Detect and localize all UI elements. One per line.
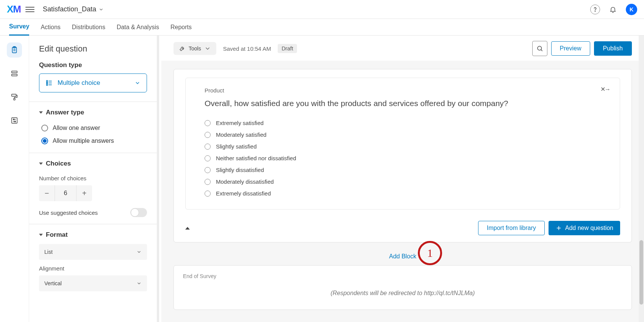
- question-type-value: Multiple choice: [58, 79, 100, 87]
- edit-question-sidebar: Edit question Question type Multiple cho…: [29, 36, 159, 322]
- num-choices-label: Number of choices: [39, 175, 147, 181]
- header-right: K: [590, 3, 637, 16]
- svg-point-14: [47, 80, 48, 81]
- suggested-choices-label: Use suggested choices: [39, 209, 98, 216]
- logo-xm[interactable]: XM: [7, 3, 21, 15]
- project-name: Satisfaction_Data: [43, 5, 96, 13]
- avatar[interactable]: K: [626, 4, 637, 15]
- draft-badge: Draft: [278, 44, 297, 53]
- tab-distributions[interactable]: Distributions: [72, 19, 105, 36]
- search-button[interactable]: [532, 41, 547, 56]
- radio-icon: [205, 120, 211, 126]
- radio-icon: [205, 179, 211, 185]
- format-header[interactable]: Format: [39, 224, 147, 244]
- decrement-button[interactable]: −: [39, 185, 55, 201]
- scrollbar-thumb[interactable]: [639, 240, 643, 305]
- option-row[interactable]: Neither satisfied nor dissatisfied: [205, 152, 601, 164]
- num-choices-stepper[interactable]: − 6 +: [39, 185, 92, 201]
- svg-rect-6: [12, 74, 17, 76]
- tab-data-analysis[interactable]: Data & Analysis: [117, 19, 159, 36]
- main-tabs: Survey Actions Distributions Data & Anal…: [0, 19, 644, 36]
- answer-type-one[interactable]: Allow one answer: [39, 122, 147, 134]
- tools-button[interactable]: Tools: [174, 42, 216, 55]
- option-row[interactable]: Slightly dissatisfied: [205, 164, 601, 176]
- option-row[interactable]: Extremely satisfied: [205, 117, 601, 129]
- option-row[interactable]: Slightly satisfied: [205, 141, 601, 152]
- option-row[interactable]: Moderately satisfied: [205, 129, 601, 141]
- search-icon: [536, 45, 543, 52]
- end-of-survey-title: End of Survey: [183, 273, 622, 279]
- format-alignment-select[interactable]: Vertical: [39, 275, 147, 291]
- radio-icon: [205, 167, 211, 173]
- import-library-button[interactable]: Import from library: [478, 221, 545, 235]
- tab-survey[interactable]: Survey: [9, 19, 29, 36]
- sliders-icon: [10, 116, 19, 125]
- increment-button[interactable]: +: [76, 185, 92, 201]
- multiple-choice-icon: [45, 79, 53, 87]
- tab-reports[interactable]: Reports: [170, 19, 192, 36]
- flow-icon: [10, 69, 19, 78]
- svg-point-11: [13, 119, 14, 120]
- suggested-choices-toggle[interactable]: [130, 208, 147, 217]
- chevron-down-icon: [98, 7, 104, 12]
- option-row[interactable]: Extremely dissatisfied: [205, 188, 601, 199]
- menu-icon[interactable]: [25, 5, 34, 14]
- wrench-icon: [179, 45, 186, 52]
- rail-survey-flow[interactable]: [7, 66, 22, 81]
- help-button[interactable]: [590, 5, 600, 14]
- bell-icon: [609, 6, 617, 13]
- tab-actions[interactable]: Actions: [41, 19, 60, 36]
- svg-rect-7: [12, 94, 16, 97]
- svg-point-18: [47, 84, 48, 85]
- help-icon: [591, 6, 599, 13]
- preview-button[interactable]: Preview: [551, 41, 590, 56]
- chevron-down-icon: [134, 80, 141, 86]
- caret-down-icon: [39, 234, 43, 236]
- project-picker[interactable]: Satisfaction_Data: [43, 5, 104, 13]
- question-card[interactable]: ✕→ Product Overall, how satisfied are yo…: [185, 78, 620, 209]
- option-row[interactable]: Moderately dissatisfied: [205, 176, 601, 188]
- rail-survey-options[interactable]: [7, 113, 22, 128]
- rail-look-feel[interactable]: [7, 89, 22, 105]
- add-block-button[interactable]: Add Block: [389, 253, 416, 259]
- publish-button[interactable]: Publish: [594, 41, 632, 56]
- question-type-select[interactable]: Multiple choice: [39, 73, 147, 92]
- question-block: ✕→ Product Overall, how satisfied are yo…: [174, 69, 632, 242]
- caret-down-icon: [39, 163, 43, 165]
- radio-icon: [205, 132, 211, 138]
- question-options: Extremely satisfied Moderately satisfied…: [205, 117, 601, 199]
- svg-rect-5: [12, 71, 17, 73]
- svg-point-20: [538, 46, 542, 50]
- svg-rect-8: [14, 98, 15, 100]
- answer-type-multiple[interactable]: Allow multiple answers: [39, 134, 147, 147]
- canvas-body: ✕→ Product Overall, how satisfied are yo…: [161, 61, 644, 322]
- header-left: XM Satisfaction_Data: [7, 3, 104, 15]
- format-layout-select[interactable]: List: [39, 244, 147, 260]
- redirect-note: (Respondents will be redirected to http:…: [183, 290, 622, 297]
- collapse-block-button[interactable]: [185, 227, 190, 230]
- radio-icon: [205, 155, 211, 161]
- notifications-button[interactable]: [607, 3, 619, 16]
- skip-logic-icon[interactable]: ✕→: [600, 86, 610, 93]
- radio-icon: [41, 125, 48, 131]
- caret-down-icon: [39, 111, 43, 114]
- chevron-down-icon: [136, 249, 142, 255]
- num-choices-value: 6: [55, 190, 76, 197]
- question-text[interactable]: Overall, how satisfied are you with the …: [205, 98, 601, 109]
- add-question-button[interactable]: Add new question: [549, 221, 620, 235]
- svg-point-0: [595, 11, 595, 11]
- svg-point-16: [47, 82, 48, 83]
- svg-point-13: [14, 121, 16, 122]
- end-of-survey-block: End of Survey (Respondents will be redir…: [174, 265, 632, 310]
- rail-survey-builder[interactable]: [7, 42, 22, 58]
- svg-rect-9: [12, 118, 17, 123]
- answer-type-header[interactable]: Answer type: [39, 102, 147, 122]
- annotation-marker-1: 1: [418, 241, 442, 265]
- radio-icon: [205, 191, 211, 197]
- radio-checked-icon: [41, 138, 48, 144]
- app-header: XM Satisfaction_Data K: [0, 0, 644, 19]
- scrollbar-track[interactable]: [639, 36, 644, 322]
- choices-header[interactable]: Choices: [39, 153, 147, 173]
- survey-canvas: Tools Saved at 10:54 AM Draft Preview Pu…: [161, 36, 644, 322]
- suggested-choices-row: Use suggested choices: [39, 201, 147, 224]
